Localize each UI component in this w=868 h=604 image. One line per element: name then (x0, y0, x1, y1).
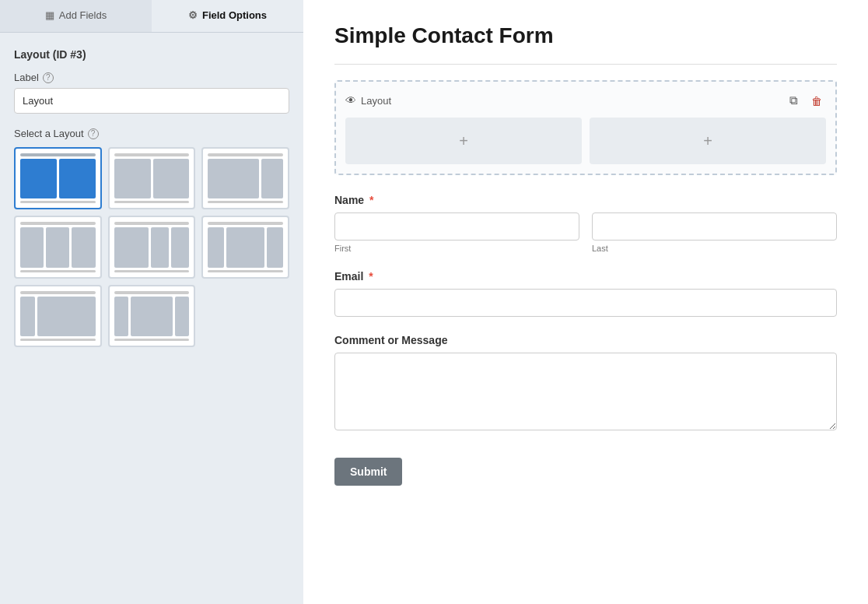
tab-add-fields[interactable]: Add Fields (0, 0, 152, 32)
delete-layout-button[interactable] (807, 91, 826, 110)
submit-button[interactable]: Submit (334, 458, 402, 486)
email-required-star: * (369, 270, 373, 283)
section-title: Layout (ID #3) (14, 48, 289, 61)
layout-option-6[interactable] (201, 216, 289, 278)
message-field: Comment or Message (334, 334, 837, 433)
field-options-icon (188, 9, 198, 21)
add-col-right-button[interactable]: + (590, 118, 826, 164)
layout-block-title: 👁 Layout (345, 94, 391, 107)
right-panel: Simple Contact Form 👁 Layout + + (303, 0, 868, 604)
layout-block-actions (784, 91, 826, 110)
tab-field-options-label: Field Options (202, 9, 267, 21)
select-layout-label: Select a Layout ? (14, 128, 289, 139)
last-name-col: Last (592, 212, 837, 253)
first-name-input[interactable] (334, 212, 579, 241)
email-field: Email * (334, 270, 837, 317)
left-panel: Add Fields Field Options Layout (ID #3) … (0, 0, 303, 604)
add-fields-icon (45, 9, 54, 21)
email-input[interactable] (334, 289, 837, 317)
layout-option-7[interactable] (14, 285, 102, 347)
message-field-label: Comment or Message (334, 334, 837, 346)
name-required-star: * (369, 194, 373, 206)
add-col-left-button[interactable]: + (345, 118, 582, 164)
layout-columns: + + (345, 118, 826, 164)
copy-icon (789, 93, 798, 107)
label-help-icon[interactable]: ? (43, 72, 54, 83)
plus-icon-right: + (703, 132, 712, 150)
first-name-col: First (334, 212, 579, 253)
layout-option-3[interactable] (201, 147, 289, 209)
tabs-container: Add Fields Field Options (0, 0, 303, 33)
layout-option-4[interactable] (14, 216, 102, 278)
plus-icon-left: + (459, 132, 468, 150)
name-row: First Last (334, 212, 837, 253)
message-textarea[interactable] (334, 353, 837, 430)
label-field-label: Label ? (14, 72, 289, 83)
layout-block-header: 👁 Layout (345, 91, 826, 110)
name-field: Name * First Last (334, 194, 837, 253)
duplicate-layout-button[interactable] (784, 91, 803, 110)
email-field-label: Email * (334, 270, 837, 283)
last-name-sublabel: Last (592, 244, 837, 253)
tab-add-fields-label: Add Fields (59, 9, 107, 21)
layout-option-2[interactable] (108, 147, 196, 209)
tab-field-options[interactable]: Field Options (152, 0, 303, 32)
layout-block-title-text: Layout (361, 95, 391, 107)
last-name-input[interactable] (592, 212, 837, 241)
layout-block: 👁 Layout + + (334, 80, 837, 175)
layout-option-5[interactable] (108, 216, 196, 278)
form-title: Simple Contact Form (334, 23, 837, 48)
label-input[interactable] (14, 88, 289, 114)
first-name-sublabel: First (334, 244, 579, 253)
layout-option-8[interactable] (108, 285, 196, 347)
layout-help-icon[interactable]: ? (88, 128, 99, 139)
layout-option-1[interactable] (14, 147, 102, 209)
form-divider (334, 64, 837, 65)
panel-body: Layout (ID #3) Label ? Select a Layout ? (0, 33, 303, 604)
name-field-label: Name * (334, 194, 837, 206)
layout-grid (14, 147, 289, 347)
trash-icon (811, 94, 822, 107)
